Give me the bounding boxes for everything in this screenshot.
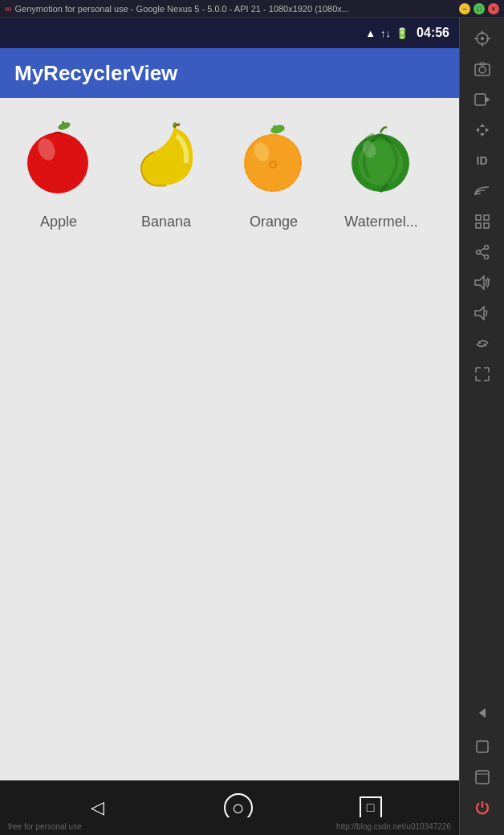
share-icon[interactable] <box>466 238 498 267</box>
svg-rect-21 <box>475 94 486 105</box>
svg-point-31 <box>484 246 488 250</box>
cast-icon[interactable] <box>466 177 498 206</box>
fruit-row: Apple Banana <box>0 111 459 240</box>
fruit-item-apple[interactable]: Apple <box>6 111 111 240</box>
svg-point-0 <box>57 121 71 131</box>
gps-icon[interactable] <box>466 24 498 53</box>
volume-down-icon[interactable]: - <box>466 299 498 328</box>
volume-up-icon[interactable]: + <box>466 268 498 297</box>
maximize-button[interactable]: □ <box>474 3 485 14</box>
svg-point-33 <box>476 250 480 255</box>
svg-rect-27 <box>476 215 481 220</box>
svg-point-8 <box>270 162 275 167</box>
svg-marker-22 <box>486 97 490 102</box>
grid-icon[interactable] <box>466 207 498 236</box>
svg-marker-50 <box>479 708 486 718</box>
banana-image <box>126 119 206 199</box>
window-title: Genymotion for personal use - Google Nex… <box>15 4 349 14</box>
fruit-item-banana[interactable]: Banana <box>114 111 218 240</box>
minimize-button[interactable]: − <box>459 3 470 14</box>
watermelon-image <box>341 119 421 199</box>
close-button[interactable]: × <box>488 3 499 14</box>
battery-icon: 🔋 <box>396 27 408 39</box>
apple-label: Apple <box>40 214 77 230</box>
rotate-icon[interactable] <box>466 329 498 358</box>
apple-image <box>18 119 99 199</box>
recent-button[interactable]: □ <box>360 796 382 819</box>
wifi-icon: ▲ <box>365 27 376 39</box>
banana-label: Banana <box>141 214 191 230</box>
svg-point-32 <box>484 255 488 259</box>
recent-nav-icon[interactable] <box>466 763 498 792</box>
svg-point-3 <box>270 123 286 134</box>
camera-icon[interactable] <box>466 55 498 84</box>
move-icon[interactable] <box>466 116 498 145</box>
svg-rect-51 <box>477 741 488 752</box>
svg-marker-23 <box>480 124 485 127</box>
content-area: Apple Banana <box>0 98 459 780</box>
svg-marker-36 <box>475 276 484 289</box>
svg-line-34 <box>480 248 485 251</box>
scale-icon[interactable] <box>466 360 498 389</box>
right-sidebar: ID + <box>459 18 504 835</box>
status-bar: ▲ ↑↓ 🔋 04:56 <box>0 18 459 48</box>
fruit-item-orange[interactable]: Orange <box>222 111 326 240</box>
svg-point-19 <box>479 67 486 73</box>
svg-marker-38 <box>475 307 484 320</box>
svg-text:+: + <box>487 276 490 283</box>
bottom-text: free for personal use http://blog.csdn.n… <box>0 817 459 835</box>
svg-text:-: - <box>486 307 489 314</box>
orange-image <box>234 119 314 199</box>
watermelon-label: Watermel... <box>344 214 417 230</box>
id-icon[interactable]: ID <box>466 146 498 175</box>
video-icon[interactable] <box>466 85 498 114</box>
svg-point-13 <box>481 37 484 40</box>
phone-screen: ▲ ↑↓ 🔋 04:56 MyRecyclerView <box>0 18 459 835</box>
svg-rect-28 <box>484 215 489 220</box>
url-text: http://blog.csdn.net/u010347226 <box>336 822 451 831</box>
svg-point-11 <box>358 141 403 185</box>
svg-rect-52 <box>476 771 489 784</box>
svg-rect-18 <box>475 64 490 75</box>
svg-point-1 <box>27 132 88 193</box>
title-bar: ∞ Genymotion for personal use - Google N… <box>0 0 504 18</box>
back-nav-icon[interactable] <box>466 699 498 727</box>
power-icon[interactable] <box>466 793 498 822</box>
svg-line-35 <box>480 253 485 256</box>
app-title: MyRecyclerView <box>14 61 177 86</box>
home-nav-icon[interactable] <box>466 732 498 761</box>
svg-marker-25 <box>476 128 479 132</box>
app-bar: MyRecyclerView <box>0 48 459 98</box>
orange-label: Orange <box>250 214 298 230</box>
svg-rect-29 <box>476 223 481 228</box>
fruit-item-watermelon[interactable]: Watermel... <box>329 111 433 240</box>
svg-marker-24 <box>480 133 485 136</box>
svg-rect-30 <box>484 223 489 228</box>
svg-marker-26 <box>486 128 489 132</box>
signal-icon: ↑↓ <box>380 27 391 39</box>
status-time: 04:56 <box>417 26 449 40</box>
free-text: free for personal use <box>8 822 82 831</box>
